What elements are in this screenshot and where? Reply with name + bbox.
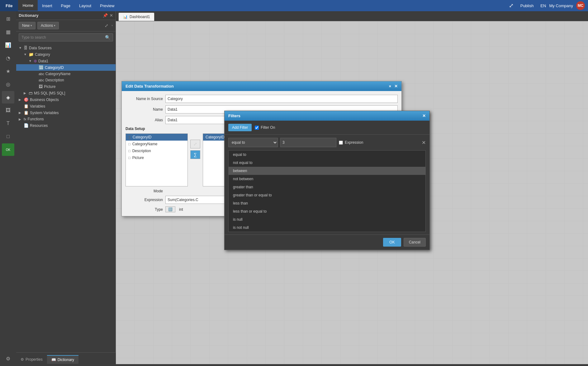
- tree-node-mssql[interactable]: ▶ 🗃 MS SQL [MS SQL]: [16, 90, 116, 96]
- publish-button[interactable]: Publish: [517, 2, 538, 9]
- tree-node-resources[interactable]: 📄 Resources: [16, 122, 116, 129]
- dict-expand-icon[interactable]: ⤢: [105, 23, 108, 28]
- sidebar-icon-timeline[interactable]: ◔: [2, 52, 14, 64]
- dict-actions-button[interactable]: Actions ▾: [37, 22, 59, 29]
- sidebar-icon-star[interactable]: ★: [2, 65, 14, 77]
- op-equal-to[interactable]: equal to: [229, 151, 425, 159]
- menu-insert[interactable]: Insert: [38, 0, 57, 11]
- op-greater-than[interactable]: greater than: [229, 183, 425, 191]
- field-icon-img: □: [128, 156, 130, 160]
- dashboard-tab[interactable]: 📊 Dashboard1: [118, 12, 154, 21]
- sidebar-icon-layers[interactable]: ◈: [2, 91, 14, 104]
- dict-search: 🔍: [19, 33, 113, 41]
- modal-edt-help[interactable]: ×: [389, 84, 391, 89]
- op-not-equal-to[interactable]: not equal to: [229, 159, 425, 167]
- tree-node-categoryname[interactable]: abc CategoryName: [16, 71, 116, 77]
- language-selector[interactable]: EN: [540, 3, 546, 8]
- mode-expand-btn[interactable]: ⤢: [190, 140, 200, 148]
- properties-tab[interactable]: ⚙ Properties: [16, 355, 47, 364]
- name-in-source-row: Name in Source: [126, 95, 398, 103]
- menu-preview[interactable]: Preview: [96, 0, 119, 11]
- op-is-null[interactable]: is null: [229, 215, 425, 224]
- op-less-than[interactable]: less than: [229, 199, 425, 207]
- filter-row: equal to not equal to between not betwee…: [225, 135, 429, 150]
- tree-icon-data-sources: 🗄: [24, 46, 28, 50]
- filter-value-input[interactable]: [280, 138, 336, 147]
- properties-icon: ⚙: [21, 357, 24, 362]
- field-item-categoryname-src[interactable]: □ CategoryName: [126, 141, 187, 147]
- tree-node-description[interactable]: abc Description: [16, 77, 116, 83]
- sidebar-icon-table[interactable]: ▦: [2, 26, 14, 38]
- add-filter-button[interactable]: Add Filter: [228, 124, 252, 131]
- dict-close-icon[interactable]: ✕: [110, 13, 113, 18]
- menu-layout[interactable]: Layout: [75, 0, 96, 11]
- op-between[interactable]: between: [229, 167, 425, 175]
- op-is-not-null[interactable]: is not null: [229, 224, 425, 232]
- tree-node-business-objects[interactable]: ▶ 🎯 Business Objects: [16, 96, 116, 103]
- share-icon[interactable]: ⤢: [509, 2, 514, 9]
- sidebar-icon-chart[interactable]: 📊: [2, 39, 14, 51]
- mode-sum-btn[interactable]: ∑: [190, 150, 200, 159]
- tree-node-categoryid[interactable]: 🔢 CategoryID: [16, 64, 116, 71]
- filter-on-check-input[interactable]: [255, 126, 259, 130]
- operator-select[interactable]: equal to not equal to between not betwee…: [228, 138, 278, 147]
- op-less-than-or-equal[interactable]: less than or equal to: [229, 207, 425, 215]
- expression-label: Expression: [126, 198, 163, 202]
- field-item-categoryid-src[interactable]: ∑ CategoryID: [126, 134, 187, 141]
- tree-node-functions[interactable]: ▶ fx Functions: [16, 116, 116, 122]
- tree-node-system-variables[interactable]: ▶ 📋 System Variables: [16, 109, 116, 116]
- field-item-description-src[interactable]: □ Description: [126, 147, 187, 154]
- tree-icon-variables: 📋: [24, 104, 29, 108]
- modal-edt-close[interactable]: ✕: [394, 84, 398, 89]
- ok-button[interactable]: OK: [383, 238, 401, 247]
- op-greater-than-or-equal[interactable]: greater than or equal to: [229, 191, 425, 199]
- tree-icon-system-variables: 📋: [24, 110, 29, 115]
- modal-edt-title: Edit Data Transformation: [126, 84, 174, 89]
- dict-search-input[interactable]: [19, 34, 102, 41]
- tree-node-picture[interactable]: 🖼 Picture: [16, 83, 116, 90]
- sidebar-icon-circle[interactable]: ◎: [2, 78, 14, 90]
- dict-more-chevron[interactable]: ▾: [111, 24, 113, 27]
- filter-on-checkbox[interactable]: Filter On: [255, 125, 275, 130]
- cancel-button[interactable]: Cancel: [404, 238, 426, 247]
- sidebar-icon-square[interactable]: □: [2, 130, 14, 143]
- filters-header: Filters ✕: [225, 111, 429, 121]
- menu-file[interactable]: File: [0, 0, 18, 11]
- tree-label-categoryid: CategoryID: [45, 65, 113, 70]
- sidebar-icon-ok-badge[interactable]: OK: [2, 143, 14, 156]
- search-icon: 🔍: [102, 35, 113, 40]
- tab-bar: 📊 Dashboard1: [116, 11, 588, 21]
- field-item-picture-src[interactable]: □ Picture: [126, 154, 187, 161]
- filters-modal: Filters ✕ Add Filter Filter On equal to …: [224, 111, 430, 250]
- sidebar-icon-grid[interactable]: ⊞: [2, 12, 14, 25]
- op-not-between[interactable]: not between: [229, 175, 425, 183]
- new-chevron-icon: ▾: [31, 24, 32, 27]
- tree-label-variables: Variables: [30, 104, 113, 108]
- sidebar-icon-settings[interactable]: ⚙: [2, 352, 14, 365]
- filters-close-icon[interactable]: ✕: [422, 113, 426, 118]
- tree-node-data1[interactable]: ▼ ⊕ Data1: [16, 58, 116, 64]
- filters-title: Filters: [228, 113, 240, 118]
- expression-checkbox[interactable]: Expression: [339, 140, 363, 145]
- menu-page[interactable]: Page: [57, 0, 75, 11]
- dict-new-button[interactable]: New ▾: [19, 22, 36, 29]
- user-avatar[interactable]: MC: [576, 1, 585, 10]
- dictionary-tab[interactable]: 📖 Dictionary: [47, 355, 78, 364]
- tree-node-category[interactable]: ▼ 📁 Category: [16, 51, 116, 58]
- name-in-source-label: Name in Source: [126, 97, 163, 101]
- dictionary-icon: 📖: [51, 358, 56, 362]
- dict-header-icons: 📌 ✕: [103, 13, 113, 18]
- dict-pin-icon[interactable]: 📌: [103, 13, 108, 18]
- sidebar-icon-text[interactable]: T: [2, 117, 14, 130]
- actions-chevron-icon: ▾: [54, 24, 55, 27]
- name-in-source-input[interactable]: [165, 95, 398, 103]
- tree-node-data-sources[interactable]: ▼ 🗄 Data Sources: [16, 45, 116, 51]
- sidebar-icon-image[interactable]: 🖼: [2, 104, 14, 117]
- tree-toggle-data-sources: ▼: [19, 46, 22, 50]
- filter-delete-button[interactable]: ✕: [422, 140, 426, 146]
- menu-home[interactable]: Home: [18, 0, 38, 11]
- tree-icon-categoryname: abc: [39, 72, 44, 76]
- tree-node-variables[interactable]: 📋 Variables: [16, 103, 116, 109]
- type-value: int: [179, 207, 183, 212]
- expression-check-input[interactable]: [339, 141, 343, 145]
